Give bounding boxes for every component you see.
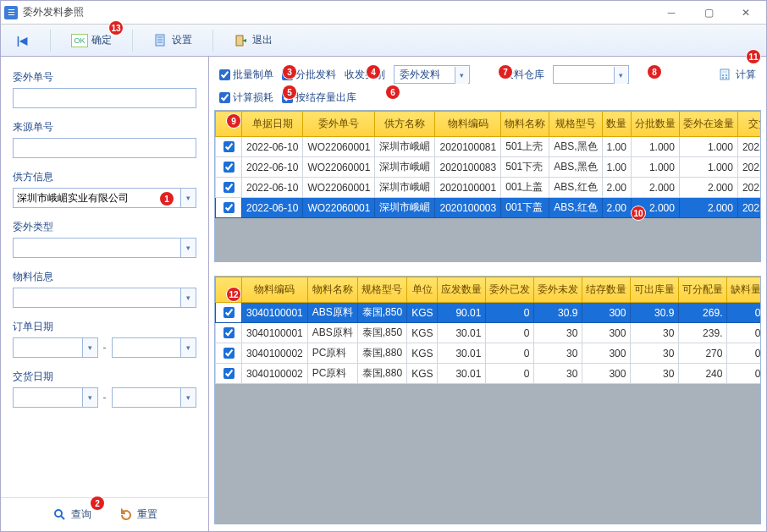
cell: KGS [407, 343, 438, 364]
column-header[interactable]: 可出库量 [631, 277, 679, 303]
orders-grid[interactable]: 单据日期委外单号供方名称物料编码物料名称规格型号数量分批数量委外在途量交货日期2… [214, 110, 761, 262]
supplier-dropdown-icon[interactable]: ▾ [180, 189, 196, 207]
column-header[interactable]: 委外未发 [534, 277, 582, 303]
svg-point-6 [726, 74, 727, 76]
column-header[interactable]: 供方名称 [375, 112, 435, 137]
by-balance-checkbox[interactable]: 按结存量出库 [282, 90, 356, 105]
material-dropdown-icon[interactable]: ▾ [180, 288, 196, 307]
order-date-from-dropdown-icon[interactable]: ▾ [82, 338, 97, 357]
table-row[interactable]: 3040100001ABS原料泰国,850KGS90.01030.930030.… [216, 303, 762, 323]
cell: 深圳市峨嵋 [375, 157, 435, 178]
query-button[interactable]: 查询 [52, 507, 91, 523]
order-no-input[interactable] [13, 88, 196, 108]
column-header[interactable]: 单位 [407, 277, 438, 303]
batch-issue-checkbox[interactable]: 分批发料 [282, 68, 336, 82]
issue-wh-combo[interactable]: ▾ [553, 65, 629, 84]
column-header[interactable]: 分批数量 [631, 112, 679, 137]
column-header[interactable]: 交货日期 [737, 112, 761, 137]
confirm-button[interactable]: OK 确定 [66, 30, 117, 51]
table-row[interactable]: 2022-06-10WO22060001深圳市峨嵋2020100001001上盖… [216, 178, 762, 198]
table-row[interactable]: 3040100001ABS原料泰国,850KGS30.0103030030239… [216, 323, 762, 343]
row-checkbox[interactable] [223, 141, 235, 152]
source-no-input[interactable] [13, 138, 196, 158]
date-sep2: - [103, 392, 107, 403]
close-button[interactable]: ✕ [729, 3, 763, 23]
column-header[interactable]: 应发数量 [438, 277, 486, 303]
cell: 2.00 [602, 178, 631, 198]
rcv-type-combo[interactable]: 委外发料 ▾ [394, 65, 470, 84]
delivery-date-from-dropdown-icon[interactable]: ▾ [82, 388, 97, 407]
cell: 2020100003 [435, 198, 501, 218]
row-checkbox[interactable] [223, 162, 235, 173]
order-date-label: 订单日期 [13, 320, 196, 334]
materials-grid[interactable]: 物料编码物料名称规格型号单位应发数量委外已发委外未发结存数量可出库量可分配量缺料… [214, 276, 761, 524]
toolbar: |◀ OK 确定 设置 退出 [1, 25, 766, 57]
issue-wh-label: 发料仓库 [504, 68, 544, 82]
cell: 1.000 [679, 157, 737, 178]
cell: 001上盖 [501, 178, 549, 198]
material-label: 物料信息 [13, 270, 196, 284]
row-checkbox[interactable] [223, 307, 235, 318]
cell: PC原料 [307, 364, 357, 384]
cell: 2.000 [679, 198, 737, 218]
exit-button[interactable]: 退出 [229, 30, 278, 52]
cell: ABS原料 [307, 323, 357, 343]
table-row[interactable]: 2022-06-10WO22060001深圳市峨嵋2020100003001下盖… [216, 198, 762, 218]
column-header[interactable]: 缺料量 [727, 277, 761, 303]
column-header[interactable]: 单据日期 [242, 112, 303, 137]
maximize-button[interactable]: ▢ [692, 3, 726, 23]
row-checkbox[interactable] [223, 327, 235, 338]
order-date-to-dropdown-icon[interactable]: ▾ [180, 338, 196, 357]
column-header[interactable]: 委外在途量 [679, 112, 737, 137]
column-header[interactable]: 可分配量 [679, 277, 727, 303]
rcv-type-value: 委外发料 [395, 66, 457, 83]
cell: ABS,黑色 [549, 157, 602, 178]
reset-button[interactable]: 重置 [119, 507, 157, 523]
row-checkbox[interactable] [223, 202, 235, 213]
settings-button[interactable]: 设置 [148, 30, 197, 52]
row-checkbox[interactable] [223, 368, 235, 379]
by-balance-label: 按结存量出库 [295, 90, 356, 105]
cell: 2022-06-11 [737, 137, 761, 157]
table-row[interactable]: 3040100002PC原料泰国,880KGS30.01030300302400… [216, 364, 762, 384]
column-header[interactable]: 数量 [602, 112, 631, 137]
delivery-date-to-dropdown-icon[interactable]: ▾ [180, 388, 196, 407]
rcv-type-dropdown-icon[interactable]: ▾ [455, 67, 468, 84]
out-type-input[interactable] [13, 238, 196, 258]
cell: 泰国,880 [357, 343, 406, 364]
row-checkbox[interactable] [223, 182, 235, 193]
column-header[interactable]: 物料编码 [242, 277, 308, 303]
column-header[interactable]: 物料名称 [307, 277, 357, 303]
column-header[interactable]: 结存数量 [582, 277, 631, 303]
issue-wh-dropdown-icon[interactable]: ▾ [614, 67, 627, 84]
cell: 2020100081 [435, 137, 501, 157]
column-header[interactable]: 物料名称 [501, 112, 549, 137]
column-header[interactable]: 规格型号 [357, 277, 406, 303]
supplier-input[interactable] [13, 188, 196, 208]
column-header[interactable]: 物料编码 [435, 112, 501, 137]
minimize-button[interactable]: ─ [654, 3, 688, 23]
column-header[interactable]: 委外单号 [303, 112, 375, 137]
svg-point-5 [722, 74, 724, 76]
first-record-button[interactable]: |◀ [9, 30, 35, 52]
cell: 30.01 [438, 323, 486, 343]
batch-create-checkbox[interactable]: 批量制单 [219, 68, 273, 82]
calc-loss-checkbox[interactable]: 计算损耗 [219, 90, 273, 105]
order-no-label: 委外单号 [13, 70, 196, 85]
table-row[interactable]: 3040100002PC原料泰国,880KGS30.01030300302700… [216, 343, 762, 364]
cell: 深圳市峨嵋 [375, 137, 435, 157]
table-row[interactable]: 2022-06-10WO22060001深圳市峨嵋2020100081501上壳… [216, 137, 762, 157]
cell: 2022-06-11 [737, 178, 761, 198]
cell: 3040100001 [242, 323, 308, 343]
cell: 30 [534, 323, 582, 343]
out-type-dropdown-icon[interactable]: ▾ [180, 239, 196, 257]
row-checkbox[interactable] [223, 348, 235, 359]
window-title: 委外发料参照 [23, 5, 654, 19]
date-sep: - [103, 342, 107, 354]
column-header[interactable]: 规格型号 [549, 112, 602, 137]
calc-button[interactable]: 计算 [717, 67, 756, 82]
material-input[interactable] [13, 288, 196, 308]
cell: 1.00 [602, 157, 631, 178]
column-header[interactable]: 委外已发 [486, 277, 534, 303]
table-row[interactable]: 2022-06-10WO22060001深圳市峨嵋2020100083501下壳… [216, 157, 762, 178]
